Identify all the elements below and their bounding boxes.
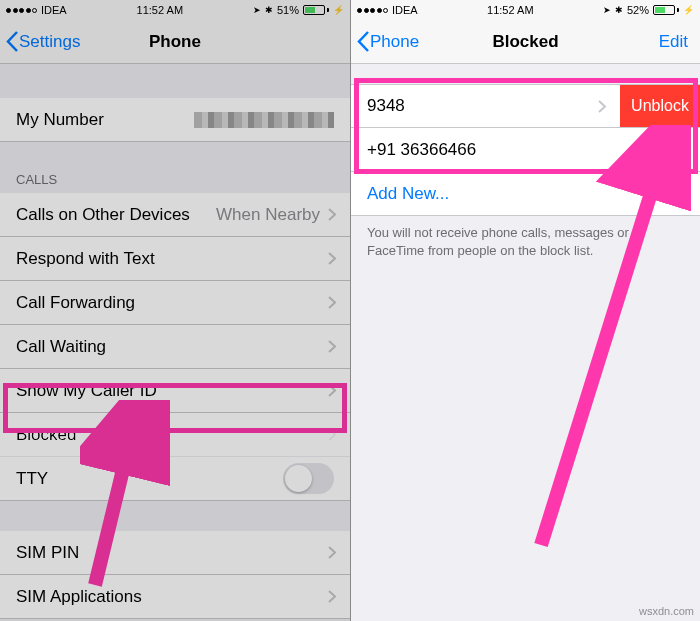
cell-value: When Nearby <box>216 205 334 225</box>
row-call-waiting[interactable]: Call Waiting <box>0 325 350 369</box>
status-bar: IDEA 11:52 AM ➤ ✱ 52% ⚡ <box>351 0 700 20</box>
edit-button[interactable]: Edit <box>659 32 688 52</box>
cell-label: TTY <box>16 469 48 489</box>
row-blocked[interactable]: Blocked <box>0 413 350 457</box>
annotation-arrow-icon <box>511 125 691 555</box>
row-call-forwarding[interactable]: Call Forwarding <box>0 281 350 325</box>
carrier-label: IDEA <box>392 4 418 16</box>
cell-label: Add New... <box>367 184 449 204</box>
redacted-number <box>194 112 334 128</box>
battery-percent: 51% <box>277 4 299 16</box>
carrier-label: IDEA <box>41 4 67 16</box>
row-respond-with-text[interactable]: Respond with Text <box>0 237 350 281</box>
cell-label: SIM PIN <box>16 543 79 563</box>
cell-label: Show My Caller ID <box>16 381 157 401</box>
signal-dots-icon <box>357 8 388 13</box>
bluetooth-icon: ✱ <box>265 5 273 15</box>
svg-line-0 <box>95 420 135 585</box>
cell-label: Calls on Other Devices <box>16 205 190 225</box>
cell-label: Call Forwarding <box>16 293 135 313</box>
tty-toggle[interactable] <box>283 463 334 494</box>
svg-line-1 <box>541 145 666 545</box>
blocked-number: 9348 <box>367 96 405 116</box>
charging-icon: ⚡ <box>683 5 694 15</box>
battery-percent: 52% <box>627 4 649 16</box>
chevron-right-icon <box>328 590 336 603</box>
unblock-button[interactable]: Unblock <box>620 85 700 127</box>
chevron-right-icon <box>328 340 336 353</box>
chevron-right-icon <box>328 296 336 309</box>
row-tty[interactable]: TTY <box>0 457 350 501</box>
charging-icon: ⚡ <box>333 5 344 15</box>
signal-dots-icon <box>6 8 37 13</box>
location-icon: ➤ <box>603 5 611 15</box>
chevron-right-icon <box>328 384 336 397</box>
cell-label: My Number <box>16 110 104 130</box>
battery-icon <box>653 5 679 15</box>
back-label: Settings <box>19 32 80 52</box>
chevron-left-icon <box>6 31 19 52</box>
cell-label: Call Waiting <box>16 337 106 357</box>
row-sim-pin[interactable]: SIM PIN <box>0 531 350 575</box>
chevron-right-icon <box>598 100 606 113</box>
screen-phone-settings: IDEA 11:52 AM ➤ ✱ 51% ⚡ Settings Phone M… <box>0 0 350 621</box>
row-show-caller-id[interactable]: Show My Caller ID <box>0 369 350 413</box>
watermark: wsxdn.com <box>639 605 694 617</box>
blocked-contact-row[interactable]: 9348 Unblock <box>351 84 700 128</box>
back-button[interactable]: Settings <box>6 31 80 52</box>
blocked-number: +91 36366466 <box>367 140 476 160</box>
row-my-number[interactable]: My Number <box>0 98 350 142</box>
nav-bar: Phone Blocked Edit <box>351 20 700 64</box>
nav-bar: Settings Phone <box>0 20 350 64</box>
chevron-right-icon <box>328 208 336 221</box>
status-bar: IDEA 11:52 AM ➤ ✱ 51% ⚡ <box>0 0 350 20</box>
screen-blocked-list: IDEA 11:52 AM ➤ ✱ 52% ⚡ Phone Blocked Ed… <box>350 0 700 621</box>
annotation-arrow-icon <box>80 400 170 590</box>
battery-icon <box>303 5 329 15</box>
chevron-left-icon <box>357 31 370 52</box>
cell-label: Blocked <box>16 425 76 445</box>
status-time: 11:52 AM <box>487 4 533 16</box>
row-calls-other-devices[interactable]: Calls on Other Devices When Nearby <box>0 193 350 237</box>
back-label: Phone <box>370 32 419 52</box>
chevron-right-icon <box>328 252 336 265</box>
back-button[interactable]: Phone <box>357 31 419 52</box>
bluetooth-icon: ✱ <box>615 5 623 15</box>
chevron-right-icon <box>328 546 336 559</box>
row-sim-applications[interactable]: SIM Applications <box>0 575 350 619</box>
section-header-calls: CALLS <box>0 166 350 193</box>
chevron-right-icon <box>328 428 336 441</box>
location-icon: ➤ <box>253 5 261 15</box>
status-time: 11:52 AM <box>137 4 183 16</box>
nav-title: Blocked <box>492 32 558 52</box>
nav-title: Phone <box>149 32 201 52</box>
cell-label: Respond with Text <box>16 249 155 269</box>
